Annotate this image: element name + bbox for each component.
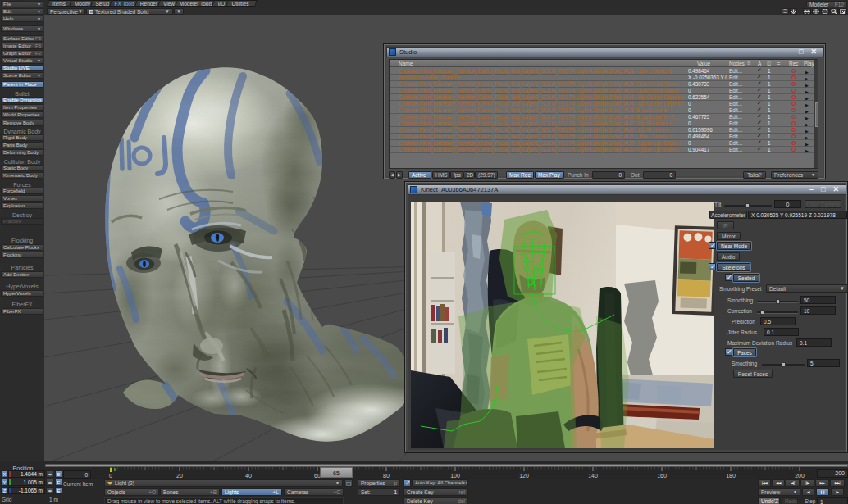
svg-text:100: 100	[450, 473, 460, 479]
svg-text:160: 160	[657, 473, 667, 479]
svg-text:120: 120	[519, 473, 529, 479]
svg-text:200: 200	[795, 473, 805, 479]
svg-text:20: 20	[176, 473, 183, 479]
svg-text:80: 80	[383, 473, 390, 479]
svg-text:180: 180	[726, 473, 736, 479]
svg-text:40: 40	[245, 473, 252, 479]
svg-text:140: 140	[588, 473, 598, 479]
